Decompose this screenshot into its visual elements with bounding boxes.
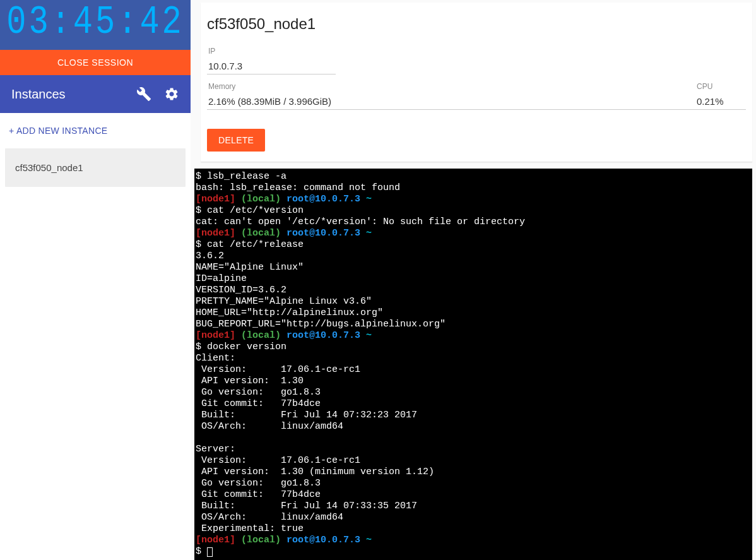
close-session-button[interactable]: CLOSE SESSION [0, 50, 191, 75]
terminal-line: Git commit: 77b4dce [196, 489, 321, 500]
gear-icon[interactable] [164, 86, 179, 102]
terminal-line: Git commit: 77b4dce [196, 398, 321, 409]
session-timer: 03:45:42 [6, 0, 184, 45]
terminal-line: $ cat /etc/*version [196, 205, 304, 216]
instance-item[interactable]: cf53f050_node1 [5, 148, 186, 187]
cpu-value: 0.21% [695, 93, 733, 109]
ip-label: IP [207, 47, 323, 56]
instances-title: Instances [11, 87, 124, 102]
terminal-line: Experimental: true [196, 523, 304, 534]
terminal-prompt-tilde: ~ [366, 535, 372, 545]
memory-field: Memory 2.16% (88.39MiB / 3.996GiB) [207, 82, 695, 110]
terminal-prompt-user: root@10.0.7.3 [286, 228, 360, 239]
cpu-label: CPU [695, 82, 733, 91]
memory-label: Memory [207, 82, 683, 91]
terminal-line: 3.6.2 [196, 251, 224, 261]
terminal-line: Built: Fri Jul 14 07:33:35 2017 [196, 501, 417, 511]
terminal-line: cat: can't open '/etc/*version': No such… [196, 217, 525, 227]
instance-info-card: cf53f050_node1 IP 10.0.7.3 Memory 2.16% … [201, 3, 752, 162]
terminal-line: $ docker version [196, 342, 286, 352]
add-instance-button[interactable]: + ADD NEW INSTANCE [0, 113, 191, 148]
terminal-cursor [207, 547, 213, 557]
terminal-line: PRETTY_NAME="Alpine Linux v3.6" [196, 296, 372, 307]
terminal-prompt-node: [node1] [196, 535, 235, 545]
node-title: cf53f050_node1 [207, 15, 746, 33]
terminal-line: Built: Fri Jul 14 07:32:23 2017 [196, 410, 417, 420]
terminal-prompt-node: [node1] [196, 194, 235, 205]
terminal-line: NAME="Alpine Linux" [196, 262, 304, 273]
terminal-prompt-local: (local) [241, 330, 281, 341]
terminal-prompt-local: (local) [241, 194, 281, 205]
wrench-icon[interactable] [136, 86, 151, 102]
ip-value[interactable]: 10.0.7.3 [207, 58, 323, 74]
session-timer-block: 03:45:42 [0, 0, 191, 50]
terminal-line: $ [196, 546, 207, 557]
terminal-prompt-user: root@10.0.7.3 [286, 330, 360, 341]
terminal-line: Go version: go1.8.3 [196, 478, 321, 489]
terminal-line: HOME_URL="http://alpinelinux.org" [196, 307, 383, 318]
terminal-line: Client: [196, 353, 235, 364]
ip-field: IP 10.0.7.3 [207, 47, 336, 74]
terminal-prompt-tilde: ~ [366, 330, 372, 341]
terminal-prompt-local: (local) [241, 535, 281, 545]
terminal-line: Go version: go1.8.3 [196, 387, 321, 398]
terminal-prompt-local: (local) [241, 228, 281, 239]
terminal-line: OS/Arch: linux/amd64 [196, 512, 343, 523]
sidebar: 03:45:42 CLOSE SESSION Instances + ADD N… [0, 0, 191, 560]
terminal-prompt-tilde: ~ [366, 228, 372, 239]
terminal-line: BUG_REPORT_URL="http://bugs.alpinelinux.… [196, 319, 446, 330]
terminal-line: bash: lsb_release: command not found [196, 182, 400, 193]
terminal-prompt-tilde: ~ [366, 194, 372, 205]
terminal-line: Version: 17.06.1-ce-rc1 [196, 364, 360, 375]
terminal-line: OS/Arch: linux/amd64 [196, 421, 343, 432]
main-panel: cf53f050_node1 IP 10.0.7.3 Memory 2.16% … [191, 0, 756, 560]
memory-value: 2.16% (88.39MiB / 3.996GiB) [207, 93, 683, 109]
terminal-line: API version: 1.30 (minimum version 1.12) [196, 467, 434, 477]
cpu-field: CPU 0.21% [695, 82, 746, 110]
terminal-line: Server: [196, 444, 235, 455]
terminal-line: VERSION_ID=3.6.2 [196, 285, 286, 295]
terminal[interactable]: $ lsb_release -a bash: lsb_release: comm… [194, 169, 752, 560]
terminal-prompt-user: root@10.0.7.3 [286, 194, 360, 205]
delete-button[interactable]: DELETE [207, 129, 265, 152]
terminal-prompt-node: [node1] [196, 330, 235, 341]
instance-list: cf53f050_node1 [0, 148, 191, 187]
terminal-line: Version: 17.06.1-ce-rc1 [196, 455, 360, 466]
terminal-line: $ lsb_release -a [196, 171, 286, 182]
terminal-line: ID=alpine [196, 273, 247, 284]
terminal-prompt-node: [node1] [196, 228, 235, 239]
instances-header: Instances [0, 75, 191, 113]
terminal-line: $ cat /etc/*release [196, 239, 304, 250]
terminal-prompt-user: root@10.0.7.3 [286, 535, 360, 545]
terminal-line: API version: 1.30 [196, 376, 304, 386]
